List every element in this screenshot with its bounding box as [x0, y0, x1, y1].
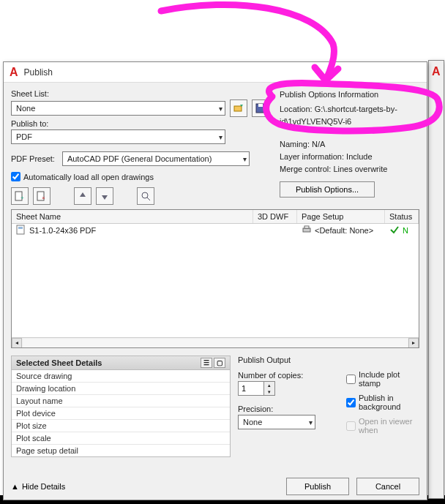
check-icon — [389, 225, 400, 236]
pdf-preset-label: PDF Preset: — [11, 154, 55, 163]
spinner-up-icon[interactable]: ▴ — [264, 382, 274, 388]
sheet-table: Sheet Name 3D DWF Page Setup Status S1-1… — [11, 209, 419, 348]
autocad-logo-icon: A — [10, 66, 18, 79]
detail-source-drawing: Source drawing — [12, 370, 230, 382]
sheet-list-value: None — [16, 104, 35, 113]
autocad-logo-icon: A — [432, 65, 441, 78]
arrow-down-icon — [99, 190, 111, 202]
publish-to-label: Publish to: — [11, 119, 269, 128]
publish-bg-checkbox[interactable]: Publish in background — [346, 394, 419, 411]
svg-point-7 — [142, 192, 148, 198]
hide-details-label: Hide Details — [22, 482, 65, 491]
publish-to-dropdown[interactable]: PDF ▾ — [11, 129, 225, 144]
naming-label: Naming: — [280, 140, 310, 148]
folder-arrow-icon — [233, 102, 244, 114]
publish-options-button[interactable]: Publish Options... — [280, 181, 375, 198]
col-status[interactable]: Status — [385, 210, 419, 223]
triangle-up-icon: ▲ — [11, 482, 19, 491]
svg-rect-0 — [234, 106, 242, 111]
cancel-button[interactable]: Cancel — [356, 478, 419, 495]
copies-label: Number of copies: — [238, 371, 333, 380]
publish-output-panel: Publish Output Number of copies: ▴ ▾ Pre… — [238, 356, 419, 457]
svg-rect-2 — [258, 104, 263, 107]
open-viewer-input — [346, 421, 356, 431]
svg-rect-12 — [304, 226, 309, 228]
add-sheets-button[interactable]: + — [11, 187, 29, 205]
col-sheet-name[interactable]: Sheet Name — [12, 210, 253, 223]
publish-options-label: Publish Options... — [296, 185, 359, 194]
publish-bg-label: Publish in background — [359, 394, 419, 411]
move-down-button[interactable] — [96, 187, 113, 205]
options-naming-row: Naming: N/A — [280, 138, 419, 151]
location-label: Location: — [280, 105, 313, 113]
layer-label: Layer information: — [280, 152, 344, 161]
auto-load-check-input[interactable] — [11, 172, 20, 181]
auto-load-checkbox[interactable]: Automatically load all open drawings — [11, 172, 154, 181]
detail-plot-device: Plot device — [12, 407, 230, 419]
sheet-list-dropdown[interactable]: None ▾ — [11, 101, 225, 116]
svg-text:+: + — [20, 195, 24, 201]
arrow-up-icon — [77, 190, 89, 202]
precision-dropdown[interactable]: None ▾ — [238, 415, 315, 429]
details-collapse-icon[interactable]: ☰ — [201, 358, 212, 368]
detail-drawing-location: Drawing location — [12, 382, 230, 394]
publish-button[interactable]: Publish — [286, 478, 349, 495]
chevron-down-icon: ▾ — [219, 133, 222, 141]
dialog-title: Publish — [24, 67, 53, 78]
publish-button-label: Publish — [304, 482, 331, 491]
publish-bg-input[interactable] — [346, 398, 356, 407]
scroll-track[interactable] — [23, 339, 408, 347]
preview-button[interactable] — [137, 187, 154, 205]
svg-rect-10 — [18, 227, 23, 229]
pdf-preset-value: AutoCAD PDF (General Documentation) — [67, 154, 212, 163]
options-filetype-row — [280, 128, 419, 138]
publish-dialog: A Publish Sheet List: None ▾ — [3, 61, 427, 500]
table-row[interactable]: S1-1.0-24x36 PDF <Default: None> N — [12, 224, 419, 237]
copies-input[interactable] — [239, 382, 263, 395]
publish-options-info: Publish Options Information Location: G:… — [280, 87, 419, 208]
sheet-plus-icon: + — [14, 190, 26, 202]
auto-load-label: Automatically load all open drawings — [23, 173, 154, 181]
save-sheet-list-button[interactable] — [252, 99, 269, 117]
col-3d-dwf[interactable]: 3D DWF — [253, 210, 297, 223]
chevron-down-icon: ▾ — [219, 105, 222, 113]
include-stamp-input[interactable] — [346, 375, 356, 384]
detail-layout-name: Layout name — [12, 394, 230, 407]
include-stamp-label: Include plot stamp — [359, 370, 419, 388]
save-icon — [255, 102, 266, 114]
layout-sheet-icon — [16, 225, 26, 236]
details-heading: Selected Sheet Details — [16, 358, 102, 367]
options-location-row: Location: G:\.shortcut-targets-by-id\1vd… — [280, 103, 419, 128]
scroll-right-icon[interactable]: ▸ — [408, 338, 419, 348]
scroll-left-icon[interactable]: ◂ — [12, 338, 22, 348]
copies-spinner[interactable]: ▴ ▾ — [238, 381, 275, 396]
spinner-down-icon[interactable]: ▾ — [264, 388, 274, 395]
options-merge-row: Merge control: Lines overwrite — [280, 163, 419, 176]
publish-output-heading: Publish Output — [238, 356, 419, 364]
include-stamp-checkbox[interactable]: Include plot stamp — [346, 370, 419, 388]
move-up-button[interactable] — [74, 187, 91, 205]
layer-value: Include — [346, 152, 372, 161]
pdf-preset-dropdown[interactable]: AutoCAD PDF (General Documentation) ▾ — [62, 151, 250, 166]
sheet-name-cell: S1-1.0-24x36 PDF — [29, 226, 96, 235]
page-setup-cell: <Default: None> — [315, 226, 373, 235]
svg-rect-11 — [303, 228, 310, 232]
cancel-button-label: Cancel — [375, 482, 400, 491]
options-info-heading: Publish Options Information — [280, 89, 419, 101]
col-page-setup[interactable]: Page Setup — [297, 210, 385, 223]
open-viewer-checkbox: Open in viewer when — [346, 417, 419, 435]
open-viewer-label: Open in viewer when — [359, 417, 419, 435]
precision-value: None — [243, 418, 262, 426]
open-sheet-list-button[interactable] — [230, 99, 247, 117]
remove-sheets-button[interactable]: × — [33, 187, 51, 205]
naming-value: N/A — [312, 140, 325, 148]
publish-to-value: PDF — [16, 132, 32, 141]
dwf-cell — [253, 230, 297, 231]
merge-label: Merge control: — [280, 165, 331, 173]
secondary-dialog-edge: A — [428, 60, 444, 499]
printer-icon — [302, 225, 312, 236]
chevron-down-icon: ▾ — [243, 155, 247, 163]
hide-details-toggle[interactable]: ▲ Hide Details — [11, 482, 65, 491]
horizontal-scrollbar[interactable]: ◂ ▸ — [12, 337, 419, 347]
details-expand-icon[interactable]: ▢ — [214, 358, 225, 368]
